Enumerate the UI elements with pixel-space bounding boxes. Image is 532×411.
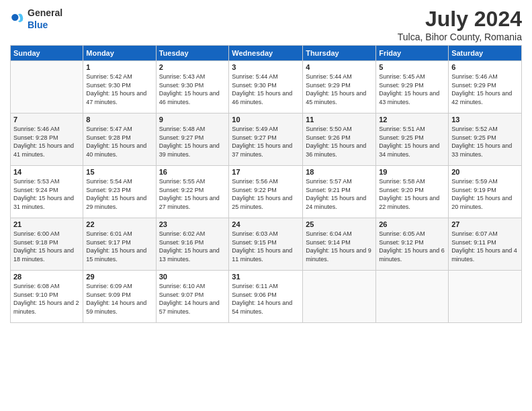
logo: General Blue bbox=[10, 7, 62, 31]
calendar-cell: 22Sunrise: 6:01 AM Sunset: 9:17 PM Dayli… bbox=[83, 218, 156, 271]
day-info: Sunrise: 6:04 AM Sunset: 9:14 PM Dayligh… bbox=[306, 230, 373, 263]
day-number: 29 bbox=[86, 273, 152, 281]
day-info: Sunrise: 5:56 AM Sunset: 9:22 PM Dayligh… bbox=[232, 177, 300, 211]
calendar-cell: 15Sunrise: 5:54 AM Sunset: 9:23 PM Dayli… bbox=[83, 166, 156, 218]
day-info: Sunrise: 6:07 AM Sunset: 9:11 PM Dayligh… bbox=[451, 230, 519, 263]
calendar-cell: 6Sunrise: 5:46 AM Sunset: 9:29 PM Daylig… bbox=[449, 61, 522, 113]
day-info: Sunrise: 5:59 AM Sunset: 9:19 PM Dayligh… bbox=[451, 177, 519, 211]
day-info: Sunrise: 5:55 AM Sunset: 9:22 PM Dayligh… bbox=[159, 177, 226, 211]
day-number: 5 bbox=[379, 63, 445, 71]
day-number: 25 bbox=[306, 220, 373, 228]
calendar-cell: 10Sunrise: 5:49 AM Sunset: 9:27 PM Dayli… bbox=[229, 113, 303, 166]
weekday-header-monday: Monday bbox=[83, 46, 156, 61]
day-number: 15 bbox=[86, 168, 152, 176]
svg-point-0 bbox=[11, 14, 18, 21]
day-number: 28 bbox=[13, 273, 80, 281]
calendar-cell: 30Sunrise: 6:10 AM Sunset: 9:07 PM Dayli… bbox=[156, 271, 229, 323]
day-number: 27 bbox=[451, 220, 519, 228]
calendar-cell bbox=[376, 271, 449, 323]
logo-general: General bbox=[28, 7, 62, 18]
day-info: Sunrise: 5:52 AM Sunset: 9:25 PM Dayligh… bbox=[451, 125, 519, 158]
day-number: 9 bbox=[159, 116, 226, 124]
logo-text: General Blue bbox=[28, 7, 62, 31]
day-number: 24 bbox=[232, 220, 300, 228]
calendar-cell: 12Sunrise: 5:51 AM Sunset: 9:25 PM Dayli… bbox=[376, 113, 449, 166]
month-title: July 2024 bbox=[398, 7, 522, 32]
day-number: 26 bbox=[379, 220, 445, 228]
day-number: 20 bbox=[451, 168, 519, 176]
day-info: Sunrise: 5:42 AM Sunset: 9:30 PM Dayligh… bbox=[86, 73, 152, 106]
week-row-1: 1Sunrise: 5:42 AM Sunset: 9:30 PM Daylig… bbox=[11, 61, 522, 113]
day-info: Sunrise: 5:58 AM Sunset: 9:20 PM Dayligh… bbox=[379, 177, 445, 211]
weekday-header-sunday: Sunday bbox=[11, 46, 83, 61]
day-number: 3 bbox=[232, 63, 300, 71]
week-row-3: 14Sunrise: 5:53 AM Sunset: 9:24 PM Dayli… bbox=[11, 166, 522, 218]
calendar-cell: 25Sunrise: 6:04 AM Sunset: 9:14 PM Dayli… bbox=[303, 218, 376, 271]
weekday-header-friday: Friday bbox=[376, 46, 449, 61]
day-number: 10 bbox=[232, 116, 300, 124]
calendar-cell: 19Sunrise: 5:58 AM Sunset: 9:20 PM Dayli… bbox=[376, 166, 449, 218]
day-number: 8 bbox=[86, 116, 152, 124]
calendar-cell bbox=[449, 271, 522, 323]
day-info: Sunrise: 6:11 AM Sunset: 9:06 PM Dayligh… bbox=[232, 282, 300, 316]
day-info: Sunrise: 6:05 AM Sunset: 9:12 PM Dayligh… bbox=[379, 230, 445, 263]
day-info: Sunrise: 5:50 AM Sunset: 9:26 PM Dayligh… bbox=[306, 125, 373, 158]
calendar-cell: 23Sunrise: 6:02 AM Sunset: 9:16 PM Dayli… bbox=[156, 218, 229, 271]
weekday-header-row: SundayMondayTuesdayWednesdayThursdayFrid… bbox=[11, 46, 522, 61]
calendar-cell: 8Sunrise: 5:47 AM Sunset: 9:28 PM Daylig… bbox=[83, 113, 156, 166]
calendar-table: SundayMondayTuesdayWednesdayThursdayFrid… bbox=[10, 45, 522, 323]
day-number: 30 bbox=[159, 273, 226, 281]
calendar-cell: 31Sunrise: 6:11 AM Sunset: 9:06 PM Dayli… bbox=[229, 271, 303, 323]
calendar-cell: 3Sunrise: 5:44 AM Sunset: 9:30 PM Daylig… bbox=[229, 61, 303, 113]
day-number: 22 bbox=[86, 220, 152, 228]
calendar-cell: 26Sunrise: 6:05 AM Sunset: 9:12 PM Dayli… bbox=[376, 218, 449, 271]
day-info: Sunrise: 5:45 AM Sunset: 9:29 PM Dayligh… bbox=[379, 73, 445, 106]
day-number: 31 bbox=[232, 273, 300, 281]
day-info: Sunrise: 5:48 AM Sunset: 9:27 PM Dayligh… bbox=[159, 125, 226, 158]
calendar-cell: 18Sunrise: 5:57 AM Sunset: 9:21 PM Dayli… bbox=[303, 166, 376, 218]
day-info: Sunrise: 5:43 AM Sunset: 9:30 PM Dayligh… bbox=[159, 73, 226, 106]
day-info: Sunrise: 6:09 AM Sunset: 9:09 PM Dayligh… bbox=[86, 282, 152, 316]
week-row-4: 21Sunrise: 6:00 AM Sunset: 9:18 PM Dayli… bbox=[11, 218, 522, 271]
calendar-cell: 28Sunrise: 6:08 AM Sunset: 9:10 PM Dayli… bbox=[11, 271, 83, 323]
day-number: 7 bbox=[13, 116, 80, 124]
day-info: Sunrise: 5:54 AM Sunset: 9:23 PM Dayligh… bbox=[86, 177, 152, 211]
day-info: Sunrise: 6:03 AM Sunset: 9:15 PM Dayligh… bbox=[232, 230, 300, 263]
calendar-cell: 5Sunrise: 5:45 AM Sunset: 9:29 PM Daylig… bbox=[376, 61, 449, 113]
day-info: Sunrise: 6:10 AM Sunset: 9:07 PM Dayligh… bbox=[159, 282, 226, 316]
day-info: Sunrise: 5:47 AM Sunset: 9:28 PM Dayligh… bbox=[86, 125, 152, 158]
title-block: July 2024 Tulca, Bihor County, Romania bbox=[398, 7, 522, 42]
calendar-cell: 29Sunrise: 6:09 AM Sunset: 9:09 PM Dayli… bbox=[83, 271, 156, 323]
day-info: Sunrise: 5:44 AM Sunset: 9:30 PM Dayligh… bbox=[232, 73, 300, 106]
location-title: Tulca, Bihor County, Romania bbox=[398, 32, 522, 42]
calendar-cell: 13Sunrise: 5:52 AM Sunset: 9:25 PM Dayli… bbox=[449, 113, 522, 166]
calendar-cell: 2Sunrise: 5:43 AM Sunset: 9:30 PM Daylig… bbox=[156, 61, 229, 113]
calendar-cell: 27Sunrise: 6:07 AM Sunset: 9:11 PM Dayli… bbox=[449, 218, 522, 271]
weekday-header-tuesday: Tuesday bbox=[156, 46, 229, 61]
day-number: 17 bbox=[232, 168, 300, 176]
day-info: Sunrise: 5:53 AM Sunset: 9:24 PM Dayligh… bbox=[13, 177, 80, 211]
day-info: Sunrise: 5:57 AM Sunset: 9:21 PM Dayligh… bbox=[306, 177, 373, 211]
calendar-cell: 24Sunrise: 6:03 AM Sunset: 9:15 PM Dayli… bbox=[229, 218, 303, 271]
day-number: 2 bbox=[159, 63, 226, 71]
day-number: 11 bbox=[306, 116, 373, 124]
day-number: 19 bbox=[379, 168, 445, 176]
logo-icon bbox=[10, 11, 25, 26]
weekday-header-wednesday: Wednesday bbox=[229, 46, 303, 61]
calendar-cell: 4Sunrise: 5:44 AM Sunset: 9:29 PM Daylig… bbox=[303, 61, 376, 113]
calendar-cell: 20Sunrise: 5:59 AM Sunset: 9:19 PM Dayli… bbox=[449, 166, 522, 218]
calendar-cell: 17Sunrise: 5:56 AM Sunset: 9:22 PM Dayli… bbox=[229, 166, 303, 218]
day-info: Sunrise: 6:01 AM Sunset: 9:17 PM Dayligh… bbox=[86, 230, 152, 263]
day-info: Sunrise: 5:49 AM Sunset: 9:27 PM Dayligh… bbox=[232, 125, 300, 158]
calendar-cell: 7Sunrise: 5:46 AM Sunset: 9:28 PM Daylig… bbox=[11, 113, 83, 166]
day-info: Sunrise: 5:51 AM Sunset: 9:25 PM Dayligh… bbox=[379, 125, 445, 158]
day-info: Sunrise: 6:00 AM Sunset: 9:18 PM Dayligh… bbox=[13, 230, 80, 263]
day-number: 6 bbox=[451, 63, 519, 71]
day-info: Sunrise: 6:02 AM Sunset: 9:16 PM Dayligh… bbox=[159, 230, 226, 263]
week-row-2: 7Sunrise: 5:46 AM Sunset: 9:28 PM Daylig… bbox=[11, 113, 522, 166]
day-number: 4 bbox=[306, 63, 373, 71]
week-row-5: 28Sunrise: 6:08 AM Sunset: 9:10 PM Dayli… bbox=[11, 271, 522, 323]
day-info: Sunrise: 5:44 AM Sunset: 9:29 PM Dayligh… bbox=[306, 73, 373, 106]
day-number: 13 bbox=[451, 116, 519, 124]
day-number: 14 bbox=[13, 168, 80, 176]
